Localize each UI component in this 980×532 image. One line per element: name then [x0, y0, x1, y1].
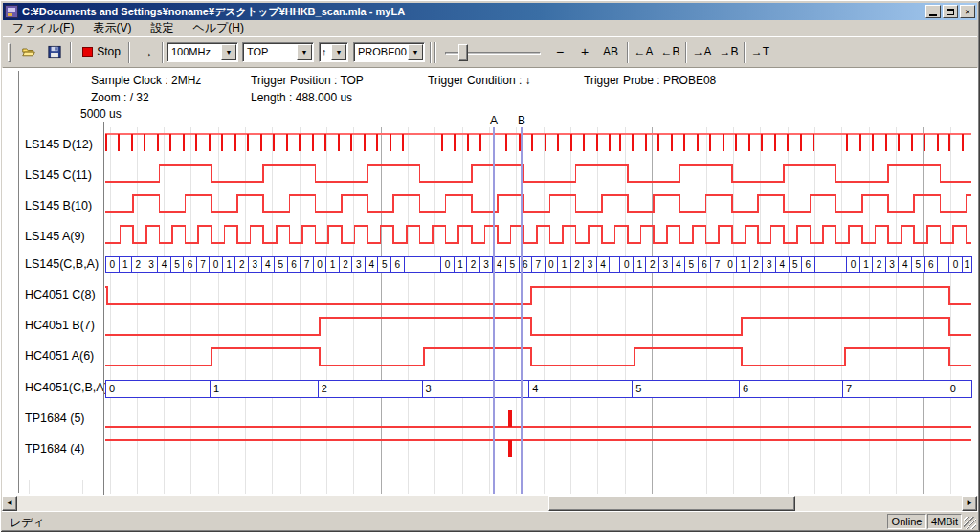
- bus-cell: 0: [846, 257, 859, 272]
- bus-cell: 1: [859, 257, 873, 272]
- hc4051-bus-row: 012345670: [105, 380, 972, 398]
- app-icon: [5, 5, 18, 18]
- bus-cell: 5: [274, 257, 287, 272]
- bus-cell: 1: [222, 257, 235, 272]
- dropdown-arrow-icon[interactable]: ▼: [408, 44, 423, 60]
- bus-cell: 5: [377, 257, 390, 272]
- toolbar-separator: [162, 42, 164, 63]
- bus-cell: 1: [557, 257, 570, 272]
- bus-cell: 1: [454, 257, 467, 272]
- bus-cell: 4: [157, 257, 170, 272]
- toolbar-grip[interactable]: [8, 43, 11, 62]
- bus-cell: 1: [210, 381, 318, 397]
- channel-label-7: HC4051 A(6): [25, 349, 94, 363]
- bus-cell: 0: [440, 257, 454, 272]
- ab-button[interactable]: AB: [597, 40, 624, 63]
- title-bar[interactable]: C:¥Documents and Settings¥noname¥デスクトップ¥…: [3, 3, 977, 20]
- minimize-button[interactable]: [925, 5, 941, 18]
- menu-help[interactable]: ヘルプ(H): [183, 19, 254, 37]
- toolbar-separator: [430, 42, 432, 63]
- bus-cell: 4: [898, 257, 911, 272]
- channel-label-5: HC4051 C(8): [25, 288, 96, 301]
- length-info: Length : 488.000 us: [251, 91, 352, 104]
- goto-cursor-a-button[interactable]: ←A: [631, 40, 657, 63]
- set-cursor-a-button[interactable]: →A: [689, 40, 715, 63]
- bus-cell: 7: [710, 257, 724, 272]
- scroll-right-button[interactable]: ►: [962, 496, 977, 511]
- trigger-edge-combo[interactable]: ↑ ▼: [319, 42, 348, 62]
- channel-label-10: TP1684 (4): [25, 442, 85, 455]
- trigger-position-info: Trigger Position : TOP: [251, 74, 364, 87]
- status-online-panel: Online: [887, 514, 926, 529]
- channel-label-8: HC4051(C,B,A): [25, 381, 108, 394]
- cursor-a-label[interactable]: A: [489, 114, 499, 127]
- bus-cell: 3: [885, 257, 899, 272]
- channel-label-6: HC4051 B(7): [25, 319, 95, 332]
- bus-cell: 7: [196, 257, 210, 272]
- horizontal-scrollbar[interactable]: ◄ ►: [2, 496, 978, 511]
- dropdown-arrow-icon[interactable]: ▼: [331, 44, 346, 60]
- bus-cell: 1: [119, 257, 132, 272]
- zoom-in-button[interactable]: +: [574, 40, 595, 63]
- bus-cell: 1: [633, 257, 646, 272]
- bus-cell: 3: [145, 257, 158, 272]
- save-button[interactable]: [42, 40, 67, 63]
- sample-clock-value: 100MHz: [167, 43, 220, 61]
- bus-cell: 6: [698, 257, 711, 272]
- bus-cell: 3: [658, 257, 672, 272]
- minimize-icon: [929, 14, 937, 16]
- bus-cell: 3: [479, 257, 493, 272]
- bus-cell: 7: [300, 257, 313, 272]
- label-splitter[interactable]: [18, 71, 20, 493]
- bus-cell: 2: [749, 257, 763, 272]
- bus-cell: 0: [106, 381, 210, 397]
- bus-cell: 4: [596, 257, 610, 272]
- trigger-edge-value: ↑: [320, 43, 330, 61]
- bus-cell: 2: [318, 381, 422, 397]
- bus-cell: 4: [261, 257, 275, 272]
- set-cursor-b-button[interactable]: →B: [716, 40, 742, 63]
- toolbar-separator: [627, 42, 629, 63]
- close-button[interactable]: ✕: [960, 5, 975, 18]
- trigger-probe-combo[interactable]: PROBE00 ▼: [353, 42, 425, 62]
- stop-button[interactable]: Stop: [77, 40, 126, 63]
- bus-cell: 0: [947, 381, 971, 397]
- scroll-left-button[interactable]: ◄: [2, 496, 17, 511]
- stop-label: Stop: [97, 45, 121, 58]
- bus-cell: 0: [619, 257, 633, 272]
- dropdown-arrow-icon[interactable]: ▼: [221, 44, 236, 60]
- toolbar: Stop → 100MHz ▼ TOP ▼ ↑ ▼ PROBE00 ▼ − + …: [3, 36, 977, 68]
- goto-trigger-button[interactable]: →T: [747, 40, 773, 63]
- bus-cell: 1: [325, 257, 339, 272]
- resize-grip[interactable]: [964, 517, 976, 529]
- goto-cursor-b-button[interactable]: ←B: [657, 40, 683, 63]
- bus-cell: 6: [519, 257, 532, 272]
- bus-cell: 3: [583, 257, 596, 272]
- bus-cell: 6: [287, 257, 301, 272]
- cursor-b-label[interactable]: B: [517, 114, 526, 127]
- channel-label-3: LS145 A(9): [25, 230, 85, 243]
- sample-clock-combo[interactable]: 100MHz ▼: [167, 42, 238, 62]
- dropdown-arrow-icon[interactable]: ▼: [297, 44, 312, 60]
- menu-view[interactable]: 表示(V): [83, 19, 141, 37]
- time-division-label: 5000 us: [80, 107, 122, 121]
- bus-cell: 5: [505, 257, 519, 272]
- bus-cell: 4: [492, 257, 505, 272]
- scroll-thumb[interactable]: [548, 496, 795, 511]
- open-button[interactable]: [16, 40, 41, 63]
- menu-settings[interactable]: 設定: [141, 19, 183, 37]
- trigger-position-combo[interactable]: TOP ▼: [242, 42, 314, 62]
- bus-cell: 6: [183, 257, 196, 272]
- zoom-out-button[interactable]: −: [549, 40, 570, 63]
- bus-cell: 6: [801, 257, 814, 272]
- maximize-button[interactable]: [943, 5, 958, 18]
- zoom-slider-thumb[interactable]: [458, 44, 468, 61]
- bus-cell: 2: [234, 257, 248, 272]
- zoom-info: Zoom : / 32: [91, 91, 149, 104]
- client-area: [2, 68, 978, 496]
- run-button[interactable]: →: [134, 40, 159, 63]
- status-ready-text: レディ: [10, 515, 45, 531]
- status-memory-panel: 4MBit: [927, 514, 962, 529]
- window-title: C:¥Documents and Settings¥noname¥デスクトップ¥…: [18, 5, 924, 19]
- menu-file[interactable]: ファイル(F): [3, 19, 83, 37]
